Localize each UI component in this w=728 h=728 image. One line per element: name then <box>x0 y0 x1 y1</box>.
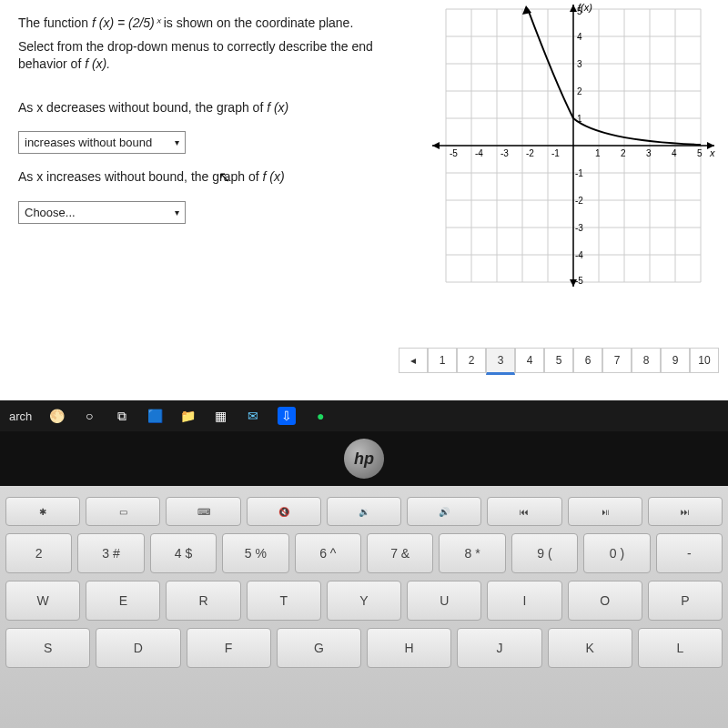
key-k[interactable]: K <box>548 628 632 668</box>
dropbox-icon[interactable]: ⇩ <box>278 407 296 425</box>
page-5-button[interactable]: 5 <box>544 348 573 373</box>
planet-icon[interactable]: 🌕 <box>48 408 65 424</box>
fn-key[interactable]: ▭ <box>86 497 160 526</box>
key-w[interactable]: W <box>5 581 80 621</box>
fn-key[interactable]: ⏭ <box>648 497 723 526</box>
svg-text:-2: -2 <box>526 148 534 158</box>
graph-svg: f(x) x -5-4-3 -2-1 123 45 123 45 -1-2-3 … <box>428 0 719 291</box>
fn-key[interactable]: ⏮ <box>487 497 561 526</box>
intro-text-a: The function <box>18 15 92 30</box>
key-8[interactable]: 8 * <box>439 533 505 573</box>
key-f[interactable]: F <box>187 628 271 668</box>
graph: f(x) x -5-4-3 -2-1 123 45 123 45 -1-2-3 … <box>428 0 719 291</box>
svg-text:4: 4 <box>672 148 677 158</box>
fn-row: ✱ ▭ ⌨ 🔇 🔉 🔊 ⏮ ⏯ ⏭ <box>5 497 723 526</box>
svg-text:x: x <box>709 147 715 158</box>
svg-text:3: 3 <box>646 148 652 158</box>
page-1-button[interactable]: 1 <box>428 348 457 373</box>
key-7[interactable]: 7 & <box>367 533 433 573</box>
key-t[interactable]: T <box>247 581 321 621</box>
key-r[interactable]: R <box>166 581 240 621</box>
svg-marker-24 <box>570 5 577 12</box>
hp-logo: hp <box>344 439 384 479</box>
key-y[interactable]: Y <box>327 581 401 621</box>
row-asdf: S D F G H J K L <box>5 628 723 668</box>
fn-key[interactable]: 🔇 <box>247 497 321 526</box>
svg-text:5: 5 <box>577 6 582 16</box>
instruction-b: behavior of <box>18 56 85 71</box>
key-5[interactable]: 5 % <box>222 533 288 573</box>
svg-text:-5: -5 <box>575 276 583 286</box>
chevron-down-icon: ▾ <box>175 137 179 147</box>
circle-icon[interactable]: ○ <box>81 408 97 424</box>
svg-text:-1: -1 <box>575 168 583 178</box>
svg-text:-5: -5 <box>450 148 458 158</box>
folder-icon[interactable]: 📁 <box>179 408 196 424</box>
page-2-button[interactable]: 2 <box>457 348 486 373</box>
key-s[interactable]: S <box>5 628 90 668</box>
fn-key[interactable]: ⏯ <box>568 497 642 526</box>
key-9[interactable]: 9 ( <box>511 533 578 573</box>
prompt-1: As x decreases without bound, the graph … <box>18 99 419 117</box>
function-expr: f (x) = (2/5)ˣ <box>92 15 160 30</box>
svg-text:2: 2 <box>621 148 626 158</box>
key-o[interactable]: O <box>568 581 642 621</box>
key-minus[interactable]: - <box>656 533 723 573</box>
key-p[interactable]: P <box>648 581 723 621</box>
fn-key[interactable]: ⌨ <box>166 497 240 526</box>
svg-text:1: 1 <box>595 148 601 158</box>
key-l[interactable]: L <box>638 628 723 668</box>
key-d[interactable]: D <box>96 628 180 668</box>
prompt2-b: f (x) <box>263 169 285 184</box>
dropdown-1-value: increases without bound <box>25 136 152 149</box>
svg-text:-1: -1 <box>551 148 560 158</box>
app-screen: The function f (x) = (2/5)ˣ is shown on … <box>0 0 728 400</box>
key-6[interactable]: 6 ^ <box>295 533 361 573</box>
key-4[interactable]: 4 $ <box>150 533 217 573</box>
row-qwerty: W E R T Y U I O P <box>5 581 723 621</box>
key-3[interactable]: 3 # <box>77 533 144 573</box>
key-i[interactable]: I <box>487 581 561 621</box>
taskview-icon[interactable]: ⧉ <box>114 408 130 424</box>
mail-icon[interactable]: ✉ <box>245 408 261 424</box>
dropdown-2[interactable]: Choose... ▾ <box>18 201 186 224</box>
key-h[interactable]: H <box>367 628 451 668</box>
svg-text:-2: -2 <box>575 196 583 206</box>
svg-text:3: 3 <box>577 59 582 69</box>
svg-text:5: 5 <box>697 148 703 158</box>
key-j[interactable]: J <box>457 628 541 668</box>
page-prev-button[interactable]: ◂ <box>399 348 428 373</box>
key-2[interactable]: 2 <box>5 533 72 573</box>
fn-key[interactable]: ✱ <box>5 497 80 526</box>
key-0[interactable]: 0 ) <box>583 533 650 573</box>
page-8-button[interactable]: 8 <box>632 348 661 373</box>
fx-text: f (x). <box>85 56 110 71</box>
spotify-icon[interactable]: ● <box>312 408 329 424</box>
keyboard: ✱ ▭ ⌨ 🔇 🔉 🔊 ⏮ ⏯ ⏭ 2 3 # 4 $ 5 % 6 ^ 7 & … <box>0 486 728 728</box>
key-u[interactable]: U <box>407 581 481 621</box>
page-10-button[interactable]: 10 <box>690 348 719 373</box>
svg-text:2: 2 <box>577 86 582 96</box>
page-9-button[interactable]: 9 <box>661 348 690 373</box>
page-4-button[interactable]: 4 <box>515 348 544 373</box>
dropdown-2-value: Choose... <box>25 206 76 219</box>
page-3-button[interactable]: 3 <box>486 348 515 375</box>
page-7-button[interactable]: 7 <box>602 348 632 373</box>
key-g[interactable]: G <box>277 628 361 668</box>
svg-marker-23 <box>432 142 440 149</box>
taskbar: arch 🌕 ○ ⧉ 🟦 📁 ▦ ✉ ⇩ ● <box>0 400 728 431</box>
page-6-button[interactable]: 6 <box>573 348 602 373</box>
prompt1-b: f (x) <box>267 100 288 115</box>
laptop-bezel: hp <box>0 431 728 486</box>
taskbar-search[interactable]: arch <box>9 410 32 423</box>
fn-key[interactable]: 🔊 <box>407 497 481 526</box>
edge-icon[interactable]: 🟦 <box>147 408 163 424</box>
chevron-down-icon: ▾ <box>175 207 179 217</box>
fn-key[interactable]: 🔉 <box>327 497 401 526</box>
dropdown-1[interactable]: increases without bound ▾ <box>18 131 186 154</box>
pagination: ◂ 1 2 3 4 5 6 7 8 9 10 <box>399 348 719 375</box>
key-e[interactable]: E <box>86 581 160 621</box>
prompt1-a: As x decreases without bound, the graph … <box>18 100 267 115</box>
svg-text:-4: -4 <box>475 148 483 158</box>
store-icon[interactable]: ▦ <box>212 408 228 424</box>
